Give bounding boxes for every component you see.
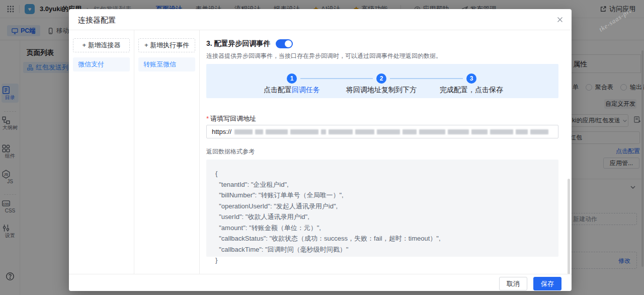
- url-prefix: https://: [212, 128, 231, 135]
- modal-body: + 新增连接器 微信支付 + 新增执行事件 转账至微信 3. 配置异步回调事件 …: [69, 30, 572, 274]
- modal-scrollbar-thumb[interactable]: [568, 179, 570, 274]
- event-item-transfer-wechat[interactable]: 转账至微信: [138, 57, 195, 71]
- step-1-label: 点击配置回调任务: [264, 86, 320, 95]
- step-connector-line: [300, 78, 373, 79]
- connector-config-modal: 连接器配置 + 新增连接器 微信支付 + 新增执行事件 转账至微信 3. 配置异…: [69, 9, 572, 291]
- step-3-label: 完成配置，点击保存: [440, 86, 503, 95]
- step-connector-line: [390, 78, 463, 79]
- config-main: 3. 配置异步回调事件 连接器提供异步回调事件，当接口存在异步回调时，可以通过回…: [200, 30, 572, 274]
- section-description: 连接器提供异步回调事件，当接口存在异步回调时，可以通过回调事件处理返回的数据。: [206, 52, 442, 60]
- redacted-url-text: [234, 129, 548, 134]
- required-asterisk: *: [206, 115, 209, 122]
- callback-url-label: *请填写回调地址: [206, 114, 256, 123]
- event-column: + 新增执行事件 转账至微信: [134, 30, 200, 274]
- async-callback-toggle[interactable]: [276, 39, 293, 48]
- connector-item-wechat-pay[interactable]: 微信支付: [73, 57, 130, 71]
- connector-column: + 新增连接器 微信支付: [69, 30, 134, 274]
- modal-title: 连接器配置: [78, 16, 116, 25]
- modal-footer: 取消 保存: [69, 274, 572, 291]
- add-event-button[interactable]: + 新增执行事件: [138, 38, 195, 52]
- toggle-knob: [285, 40, 292, 47]
- callback-task-link[interactable]: 回调任务: [292, 86, 320, 94]
- return-format-code: { "tenantId": "企业租户id", "billNumber": "转…: [206, 160, 558, 257]
- save-button[interactable]: 保存: [533, 277, 561, 290]
- step-2-circle: 2: [376, 73, 386, 84]
- section-title: 3. 配置异步回调事件: [206, 39, 271, 48]
- screen: ♥ 3.0yuki的应用 › 红包发送列表 页面设计 表单设计 流程设计 报表设…: [0, 0, 644, 295]
- step-2-label: 将回调地址复制到下方: [346, 86, 417, 95]
- callback-url-input[interactable]: https://: [206, 125, 558, 138]
- add-connector-button[interactable]: + 新增连接器: [73, 38, 130, 52]
- step-1-circle: 1: [287, 73, 297, 84]
- modal-header: 连接器配置: [69, 9, 572, 30]
- close-icon[interactable]: [556, 16, 564, 24]
- step-3-circle: 3: [466, 73, 476, 84]
- return-format-label: 返回数据格式参考: [206, 148, 255, 156]
- cancel-button[interactable]: 取消: [499, 277, 527, 290]
- callback-stepper: 1 2 3 点击配置回调任务 将回调地址复制到下方 完成配置，点击保存: [206, 64, 558, 98]
